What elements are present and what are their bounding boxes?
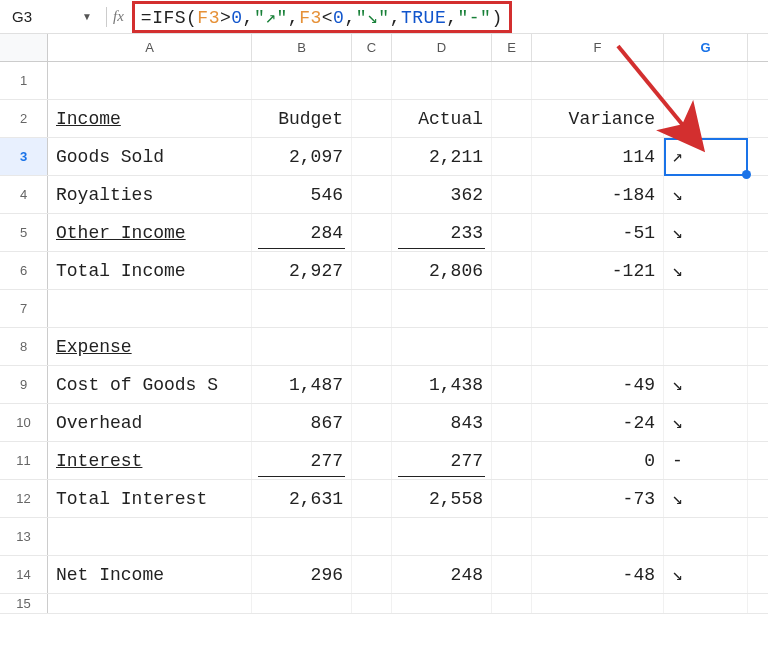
cell-e4[interactable] xyxy=(492,176,532,213)
cell-f6[interactable]: -121 xyxy=(532,252,664,289)
cell-f7[interactable] xyxy=(532,290,664,327)
cell-a8[interactable]: Expense xyxy=(48,328,252,365)
row-header-13[interactable]: 13 xyxy=(0,518,48,555)
cell-b11[interactable]: 277 xyxy=(252,442,352,479)
row-header-8[interactable]: 8 xyxy=(0,328,48,365)
row-header-15[interactable]: 15 xyxy=(0,594,48,613)
cell-g8[interactable] xyxy=(664,328,748,365)
cell-b2[interactable]: Budget xyxy=(252,100,352,137)
cell-d10[interactable]: 843 xyxy=(392,404,492,441)
cell-c15[interactable] xyxy=(352,594,392,613)
cell-g4[interactable]: ↘ xyxy=(664,176,748,213)
cell-a3[interactable]: Goods Sold xyxy=(48,138,252,175)
row-header-14[interactable]: 14 xyxy=(0,556,48,593)
cell-d7[interactable] xyxy=(392,290,492,327)
col-header-a[interactable]: A xyxy=(48,34,252,61)
cell-a9[interactable]: Cost of Goods S xyxy=(48,366,252,403)
cell-f12[interactable]: -73 xyxy=(532,480,664,517)
cell-e12[interactable] xyxy=(492,480,532,517)
row-header-9[interactable]: 9 xyxy=(0,366,48,403)
formula-input[interactable]: = IFS ( F3 > 0 , "↗" , F3 < 0 , "↘" , TR… xyxy=(132,1,512,33)
cell-g15[interactable] xyxy=(664,594,748,613)
col-header-f[interactable]: F xyxy=(532,34,664,61)
cell-f3[interactable]: 114 xyxy=(532,138,664,175)
cell-d8[interactable] xyxy=(392,328,492,365)
cell-c8[interactable] xyxy=(352,328,392,365)
cell-g11[interactable]: - xyxy=(664,442,748,479)
cell-d6[interactable]: 2,806 xyxy=(392,252,492,289)
cell-e7[interactable] xyxy=(492,290,532,327)
cell-d3[interactable]: 2,211 xyxy=(392,138,492,175)
cell-d1[interactable] xyxy=(392,62,492,99)
cell-d14[interactable]: 248 xyxy=(392,556,492,593)
cell-d4[interactable]: 362 xyxy=(392,176,492,213)
cell-c1[interactable] xyxy=(352,62,392,99)
cell-a15[interactable] xyxy=(48,594,252,613)
cell-e1[interactable] xyxy=(492,62,532,99)
cell-c10[interactable] xyxy=(352,404,392,441)
cell-g9[interactable]: ↘ xyxy=(664,366,748,403)
cell-c12[interactable] xyxy=(352,480,392,517)
col-header-b[interactable]: B xyxy=(252,34,352,61)
cell-a13[interactable] xyxy=(48,518,252,555)
cell-c6[interactable] xyxy=(352,252,392,289)
col-header-e[interactable]: E xyxy=(492,34,532,61)
cell-e8[interactable] xyxy=(492,328,532,365)
cell-c7[interactable] xyxy=(352,290,392,327)
col-header-d[interactable]: D xyxy=(392,34,492,61)
cell-c13[interactable] xyxy=(352,518,392,555)
cell-b5[interactable]: 284 xyxy=(252,214,352,251)
col-header-c[interactable]: C xyxy=(352,34,392,61)
cell-c2[interactable] xyxy=(352,100,392,137)
row-header-5[interactable]: 5 xyxy=(0,214,48,251)
cell-b15[interactable] xyxy=(252,594,352,613)
cell-c5[interactable] xyxy=(352,214,392,251)
cell-b6[interactable]: 2,927 xyxy=(252,252,352,289)
cell-d9[interactable]: 1,438 xyxy=(392,366,492,403)
row-header-11[interactable]: 11 xyxy=(0,442,48,479)
cell-g6[interactable]: ↘ xyxy=(664,252,748,289)
cell-b10[interactable]: 867 xyxy=(252,404,352,441)
cell-f13[interactable] xyxy=(532,518,664,555)
cell-a10[interactable]: Overhead xyxy=(48,404,252,441)
cell-e11[interactable] xyxy=(492,442,532,479)
cell-e14[interactable] xyxy=(492,556,532,593)
cell-f10[interactable]: -24 xyxy=(532,404,664,441)
cell-c4[interactable] xyxy=(352,176,392,213)
cell-c11[interactable] xyxy=(352,442,392,479)
cell-e13[interactable] xyxy=(492,518,532,555)
cell-f14[interactable]: -48 xyxy=(532,556,664,593)
cell-b4[interactable]: 546 xyxy=(252,176,352,213)
cell-b13[interactable] xyxy=(252,518,352,555)
cell-f11[interactable]: 0 xyxy=(532,442,664,479)
cell-e5[interactable] xyxy=(492,214,532,251)
cell-d15[interactable] xyxy=(392,594,492,613)
cell-f9[interactable]: -49 xyxy=(532,366,664,403)
cell-a12[interactable]: Total Interest xyxy=(48,480,252,517)
name-box-dropdown-icon[interactable]: ▼ xyxy=(74,11,100,22)
cell-g3[interactable]: ↗ xyxy=(664,138,748,175)
cell-a2[interactable]: Income xyxy=(48,100,252,137)
cell-a5[interactable]: Other Income xyxy=(48,214,252,251)
row-header-1[interactable]: 1 xyxy=(0,62,48,99)
cell-b9[interactable]: 1,487 xyxy=(252,366,352,403)
cell-f4[interactable]: -184 xyxy=(532,176,664,213)
cell-d12[interactable]: 2,558 xyxy=(392,480,492,517)
cell-g7[interactable] xyxy=(664,290,748,327)
cell-d5[interactable]: 233 xyxy=(392,214,492,251)
name-box[interactable]: G3 ▼ xyxy=(4,8,100,25)
cell-c9[interactable] xyxy=(352,366,392,403)
cell-f15[interactable] xyxy=(532,594,664,613)
cell-f8[interactable] xyxy=(532,328,664,365)
cell-g10[interactable]: ↘ xyxy=(664,404,748,441)
cell-f2[interactable]: Variance xyxy=(532,100,664,137)
cell-a4[interactable]: Royalties xyxy=(48,176,252,213)
cell-d13[interactable] xyxy=(392,518,492,555)
cell-g13[interactable] xyxy=(664,518,748,555)
cell-b7[interactable] xyxy=(252,290,352,327)
cell-g2[interactable] xyxy=(664,100,748,137)
cell-c14[interactable] xyxy=(352,556,392,593)
cell-f5[interactable]: -51 xyxy=(532,214,664,251)
row-header-7[interactable]: 7 xyxy=(0,290,48,327)
row-header-10[interactable]: 10 xyxy=(0,404,48,441)
